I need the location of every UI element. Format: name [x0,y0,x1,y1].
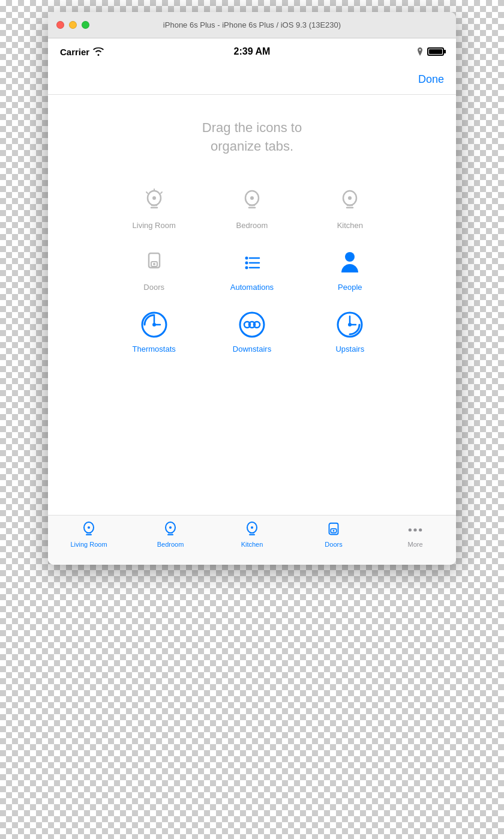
grid-item-downstairs[interactable]: Downstairs [206,310,298,353]
people-label: People [338,283,362,292]
svg-point-17 [152,323,156,326]
tab-item-more[interactable]: More [374,522,456,548]
tab-bar: Living Room Bedroom [48,515,456,565]
bedroom-icon [237,186,267,216]
status-right [416,47,444,56]
nav-bar: Done [48,65,456,95]
mac-titlebar: iPhone 6s Plus - iPhone 6s Plus / iOS 9.… [48,12,456,38]
downstairs-label: Downstairs [233,344,271,353]
svg-point-3 [250,196,254,200]
thermostats-icon [139,310,169,340]
tab-kitchen-label: Kitchen [241,541,263,548]
status-time: 2:39 AM [234,46,271,57]
grid-item-doors[interactable]: Doors [108,248,200,292]
icons-grid: Living Room Bedroom [108,186,396,353]
doors-icon [139,248,169,278]
tab-bedroom-icon [162,522,179,538]
doors-label: Doors [143,283,164,292]
svg-point-29 [251,526,253,529]
upstairs-label: Upstairs [335,344,364,353]
svg-point-23 [348,323,352,326]
automations-label: Automations [230,283,274,292]
svg-point-35 [419,528,422,531]
automations-icon [237,248,267,278]
done-button[interactable]: Done [418,73,444,86]
svg-point-15 [345,252,355,262]
tab-more-icon [407,522,424,538]
grid-item-thermostats[interactable]: Thermostats [108,310,200,353]
grid-item-bedroom[interactable]: Bedroom [206,186,298,230]
svg-point-34 [413,528,416,531]
grid-item-automations[interactable]: Automations [206,248,298,292]
svg-point-32 [333,530,335,532]
wifi-icon [93,47,104,56]
close-button[interactable] [56,21,64,29]
downstairs-icon [237,310,267,340]
tab-living-room-icon [80,522,97,538]
bedroom-label: Bedroom [236,221,268,230]
window-title: iPhone 6s Plus - iPhone 6s Plus / iOS 9.… [163,20,341,29]
living-room-label: Living Room [133,221,176,230]
tab-doors-label: Doors [325,541,342,548]
grid-item-living-room[interactable]: Living Room [108,186,200,230]
status-left: Carrier [60,47,104,57]
grid-item-people[interactable]: People [304,248,396,292]
tab-item-living-room[interactable]: Living Room [48,522,130,548]
tab-more-label: More [407,541,422,548]
svg-point-33 [409,528,412,531]
grid-item-kitchen[interactable]: Kitchen [304,186,396,230]
battery-fill [429,49,442,54]
upstairs-icon [335,310,365,340]
tab-bedroom-label: Bedroom [157,541,184,548]
mac-window: iPhone 6s Plus - iPhone 6s Plus / iOS 9.… [48,12,456,565]
thermostats-label: Thermostats [133,344,176,353]
main-content: Drag the icons toorganize tabs. [48,95,456,515]
tab-doors-icon [325,522,342,538]
phone-frame: Carrier 2:39 AM [48,38,456,565]
minimize-button[interactable] [69,21,77,29]
svg-point-27 [169,526,172,529]
kitchen-icon [335,186,365,216]
living-room-icon [139,186,169,216]
people-icon [335,248,365,278]
grid-item-upstairs[interactable]: Upstairs [304,310,396,353]
svg-point-13 [245,266,248,269]
tab-kitchen-icon [244,522,260,538]
svg-point-1 [152,196,156,200]
tab-item-bedroom[interactable]: Bedroom [130,522,211,548]
svg-rect-6 [149,253,160,268]
mac-window-buttons [56,21,89,29]
status-bar: Carrier 2:39 AM [48,38,456,65]
drag-instruction: Drag the icons toorganize tabs. [202,119,302,156]
svg-point-11 [245,261,248,264]
svg-point-5 [348,196,352,200]
tab-living-room-label: Living Room [70,541,107,548]
tab-item-doors[interactable]: Doors [293,522,374,548]
svg-point-9 [245,256,248,259]
carrier-label: Carrier [60,47,89,57]
svg-point-25 [88,526,90,529]
tab-item-kitchen[interactable]: Kitchen [211,522,293,548]
battery-icon [427,47,444,56]
location-icon [416,47,424,56]
maximize-button[interactable] [82,21,89,29]
kitchen-label: Kitchen [337,221,363,230]
svg-point-8 [153,263,155,265]
